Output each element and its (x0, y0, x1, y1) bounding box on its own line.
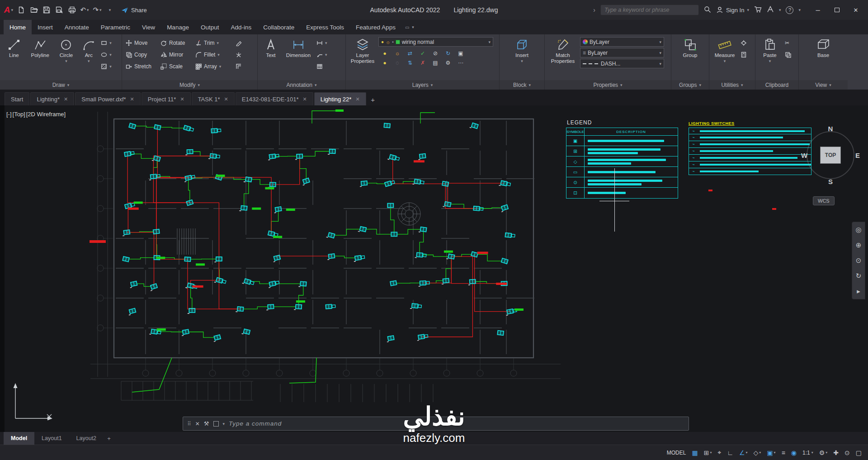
layout-tab-layout1[interactable]: Layout1 (34, 432, 69, 445)
new-layout-button[interactable]: + (104, 432, 114, 445)
annotation-visibility-icon[interactable]: ◉ (791, 449, 797, 456)
ribbon-tab-featured-apps[interactable]: Featured Apps (350, 20, 401, 34)
panel-label-annotation[interactable]: Annotation▾ (258, 80, 345, 90)
dynamic-input-icon[interactable]: ⌖ (717, 449, 721, 456)
sign-in-button[interactable]: Sign In ▾ (716, 6, 749, 14)
quick-calc-button[interactable] (739, 49, 751, 61)
command-grip-icon[interactable]: ⠿ (187, 421, 191, 427)
zoom-icon[interactable]: ⊙ (856, 256, 862, 265)
wcs-indicator[interactable]: WCS (813, 196, 835, 205)
linear-dimension-button[interactable]: ▾ (315, 37, 339, 49)
ribbon-minimize-icon[interactable]: ▭ (405, 25, 409, 30)
layer-tool-icon[interactable]: ⇄ (404, 48, 416, 58)
copy-clip-button[interactable] (783, 49, 795, 61)
layer-tool-icon[interactable]: ✗ (416, 58, 429, 67)
panel-label-draw[interactable]: Draw▾ (0, 80, 122, 90)
command-close-icon[interactable]: ✕ (195, 421, 200, 427)
mirror-button[interactable]: Mirror (159, 49, 193, 61)
doc-tab-small-power[interactable]: Small Power.dxf*✕ (75, 92, 140, 105)
app-menu-button[interactable]: A ▾ (3, 3, 14, 17)
layer-tool-icon[interactable]: ▤ (429, 58, 442, 67)
chevron-down-icon[interactable]: ▾ (798, 8, 801, 12)
workspace-gear-icon[interactable]: ⚙▾ (819, 449, 828, 456)
lineweight-dropdown[interactable]: ≡ ByLayer ▾ (580, 48, 664, 57)
layer-tool-icon[interactable]: ✓ (416, 48, 429, 58)
save-button[interactable] (41, 3, 52, 17)
cut-button[interactable]: ✂ (783, 37, 795, 49)
layer-tool-icon[interactable]: ☼ (391, 48, 404, 58)
grid-display-icon[interactable]: ▦ (692, 449, 698, 456)
viewcube-south[interactable]: S (828, 178, 833, 185)
group-button[interactable]: Group (676, 36, 705, 58)
layer-tool-icon[interactable]: ⇅ (404, 58, 416, 67)
layer-tool-icon[interactable]: ⊘ (429, 48, 442, 58)
layer-tool-icon[interactable]: ◌ (391, 58, 404, 67)
text-button[interactable]: Text (260, 36, 282, 58)
layer-tool-icon[interactable]: ▣ (454, 48, 467, 58)
ribbon-tab-annotate[interactable]: Annotate (59, 20, 95, 34)
save-as-button[interactable] (53, 3, 65, 17)
layout-tab-model[interactable]: Model (4, 432, 34, 445)
object-snap-icon[interactable]: ▣▾ (767, 449, 775, 456)
qat-customize-button[interactable]: ▾ (104, 3, 116, 17)
lineweight-display-icon[interactable]: ≡ (782, 449, 785, 456)
arc-button[interactable]: Arc ▾ (79, 36, 98, 63)
panel-label-groups[interactable]: Groups▾ (671, 80, 709, 90)
doc-tab-lighting22[interactable]: Lighting 22*✕ (314, 92, 366, 105)
ribbon-tab-collaborate[interactable]: Collaborate (257, 20, 300, 34)
isodraft-icon[interactable]: ◇▾ (754, 449, 761, 456)
chevron-down-icon[interactable]: ▾ (779, 8, 781, 12)
id-point-button[interactable] (739, 37, 751, 49)
new-tab-button[interactable]: + (367, 94, 379, 105)
insert-button[interactable]: Insert ▾ (509, 36, 536, 63)
ribbon-tab-insert[interactable]: Insert (32, 20, 59, 34)
search-button[interactable] (704, 6, 711, 14)
hatch-button[interactable]: ▾ (99, 61, 119, 72)
close-tab-icon[interactable]: ✕ (64, 96, 68, 102)
isolate-objects-icon[interactable]: ⊙ (844, 449, 850, 456)
panel-label-layers[interactable]: Layers▾ (346, 80, 499, 90)
open-file-button[interactable] (28, 3, 40, 17)
help-button[interactable]: ? (786, 6, 793, 14)
polyline-button[interactable]: Polyline (27, 36, 53, 58)
command-input[interactable]: Type a command (229, 420, 282, 427)
maximize-button[interactable] (827, 0, 846, 20)
layout-tab-layout2[interactable]: Layout2 (69, 432, 104, 445)
ribbon-tab-output[interactable]: Output (195, 20, 225, 34)
close-tab-icon[interactable]: ✕ (180, 96, 184, 102)
doc-tab-e1432[interactable]: E1432-081-EDE-101*✕ (236, 92, 313, 105)
scale-button[interactable]: Scale (159, 61, 193, 72)
viewcube-east[interactable]: E (855, 152, 860, 159)
line-button[interactable]: Line (2, 36, 26, 58)
layer-dropdown[interactable]: ● ☼ ▪ wiring normal ▾ (378, 37, 493, 47)
ribbon-tab-view[interactable]: View (136, 20, 161, 34)
panel-label-clipboard[interactable]: Clipboard (755, 80, 798, 90)
panel-label-block[interactable]: Block▾ (500, 80, 544, 90)
layer-tool-icon[interactable]: ● (378, 58, 391, 67)
annotation-scale-control[interactable]: 1:1▾ (802, 450, 813, 456)
doc-tab-task1[interactable]: TASK 1*✕ (192, 92, 235, 105)
paste-button[interactable]: Paste ▾ (758, 36, 782, 63)
chevron-down-icon[interactable]: ▾ (223, 422, 225, 426)
ellipse-button[interactable]: ▾ (99, 49, 119, 61)
panel-label-modify[interactable]: Modify▾ (122, 80, 257, 90)
viewcube-west[interactable]: W (801, 152, 807, 159)
layer-properties-button[interactable]: Layer Properties (348, 36, 377, 64)
steering-wheel-icon[interactable]: ◎ (855, 226, 861, 234)
close-tab-icon[interactable]: ✕ (224, 96, 228, 102)
share-button[interactable]: Share (121, 7, 147, 14)
explode-button[interactable] (234, 49, 247, 61)
autodesk-apps-button[interactable] (767, 6, 774, 14)
app-store-button[interactable] (754, 6, 762, 14)
new-file-button[interactable] (15, 3, 27, 17)
viewcube-north[interactable]: N (828, 125, 833, 133)
offset-button[interactable] (234, 61, 247, 72)
doc-tab-start[interactable]: Start (5, 92, 29, 105)
model-space-button[interactable]: MODEL (667, 450, 686, 456)
move-button[interactable]: Move (124, 37, 158, 49)
close-tab-icon[interactable]: ✕ (303, 96, 307, 102)
clean-screen-icon[interactable]: ▢ (856, 449, 862, 456)
doc-tab-lighting[interactable]: Lighting*✕ (30, 92, 74, 105)
orbit-icon[interactable]: ↻ (856, 272, 862, 280)
stretch-button[interactable]: Stretch (124, 61, 158, 72)
